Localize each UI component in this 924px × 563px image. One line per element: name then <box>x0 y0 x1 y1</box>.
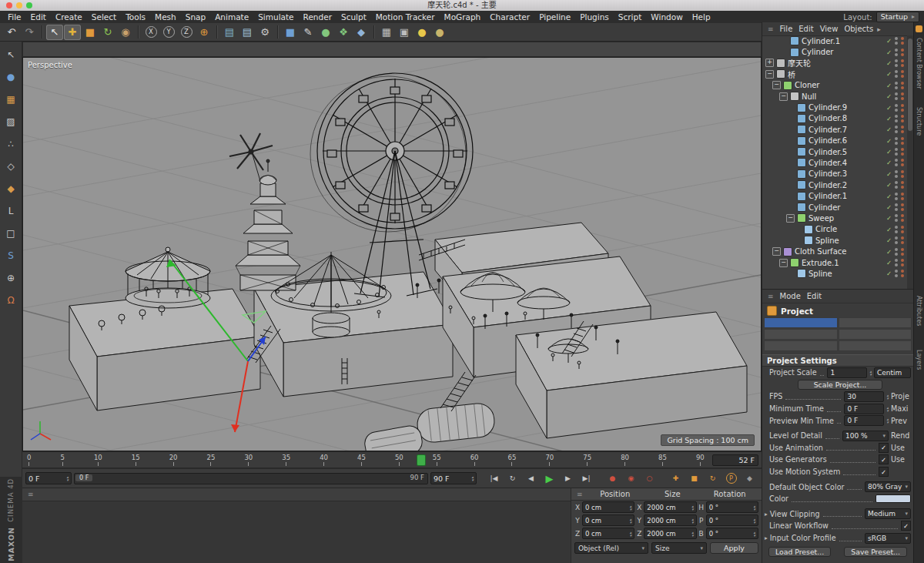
visibility-dots-icon[interactable] <box>895 214 898 222</box>
visibility-dots-icon[interactable] <box>895 148 898 156</box>
save-preset-button[interactable]: Save Preset... <box>844 547 907 557</box>
range-start-input[interactable]: 0 F ▴▾ <box>25 472 72 484</box>
project-scale-input[interactable]: 1 <box>827 367 867 378</box>
dock-tab[interactable]: Layers <box>916 350 922 370</box>
visibility-dots-icon[interactable] <box>895 82 898 89</box>
add-cube-button[interactable]: ■ <box>282 25 299 40</box>
render-dots-icon[interactable] <box>901 70 904 78</box>
render-dots-icon[interactable] <box>901 214 904 222</box>
make-editable-icon[interactable]: ● <box>3 69 19 85</box>
expand-toggle-icon[interactable]: − <box>786 214 795 223</box>
next-frame-button[interactable]: ▶ <box>559 471 577 485</box>
enabled-check-icon[interactable]: ✓ <box>886 148 892 156</box>
object-label[interactable]: Circle <box>815 225 837 233</box>
object-label[interactable]: Cylinder.6 <box>808 136 847 145</box>
object-label[interactable]: Cylinder.9 <box>808 103 847 112</box>
object-label[interactable]: Cylinder.1 <box>808 192 847 200</box>
expand-toggle-icon[interactable]: − <box>779 259 788 267</box>
enabled-check-icon[interactable]: ✓ <box>886 248 892 256</box>
use-animation-checkbox[interactable]: ✓ <box>879 443 889 453</box>
key-parameter-button[interactable]: P <box>722 471 740 485</box>
menu-item[interactable]: Plugins <box>575 12 614 22</box>
object-label[interactable]: Cylinder.1 <box>802 37 840 45</box>
enabled-check-icon[interactable]: ✓ <box>886 37 892 45</box>
menu-item[interactable]: Script <box>614 12 646 22</box>
enabled-check-icon[interactable]: ✓ <box>886 92 892 100</box>
render-dots-icon[interactable] <box>901 82 904 89</box>
render-dots-icon[interactable] <box>901 92 904 100</box>
attribute-menu-item[interactable]: Edit <box>804 292 825 300</box>
light2-button[interactable]: ● <box>431 25 448 40</box>
attribute-tab[interactable] <box>764 340 838 351</box>
scrollbar-thumb[interactable] <box>908 39 912 131</box>
size-input[interactable]: 2000 cm ▴▾ <box>644 514 696 526</box>
visibility-dots-icon[interactable] <box>895 170 898 178</box>
current-frame-marker[interactable] <box>417 454 426 466</box>
menu-item[interactable]: Tools <box>121 12 150 22</box>
menu-item[interactable]: Animate <box>210 12 253 22</box>
range-handle[interactable]: 0 F <box>75 474 92 481</box>
enabled-check-icon[interactable]: ✓ <box>886 193 892 200</box>
edges-mode-icon[interactable]: ◇ <box>3 158 19 174</box>
object-label[interactable]: Spline <box>808 270 832 278</box>
object-label[interactable]: 桥 <box>788 69 795 80</box>
x-axis-lock-button[interactable]: X <box>142 25 159 40</box>
object-row[interactable]: − Cloth Surface ✓ <box>762 246 907 256</box>
object-row[interactable]: Cylinder.6 ✓ <box>762 136 907 146</box>
rotation-input[interactable]: 0 ° ▴▾ <box>706 501 758 513</box>
object-row[interactable]: Cylinder.1 ✓ <box>762 190 907 201</box>
z-axis-lock-button[interactable]: Z <box>178 25 195 40</box>
object-row[interactable]: Cylinder.4 ✓ <box>762 157 907 168</box>
record-keyframe-button[interactable]: ● <box>604 471 621 485</box>
preview-range-slider[interactable]: 0 F 90 F <box>74 473 428 484</box>
current-frame-field[interactable]: 52 F <box>712 454 758 466</box>
object-row[interactable]: Circle ✓ <box>762 224 907 235</box>
range-end-input[interactable]: 90 F ▴▾ <box>430 472 477 484</box>
points-mode-icon[interactable]: ∴ <box>3 136 19 152</box>
rotation-input[interactable]: 0 ° ▴▾ <box>706 528 758 539</box>
stepper-icon[interactable]: ▴▾ <box>471 475 474 481</box>
enabled-check-icon[interactable]: ✓ <box>886 137 892 145</box>
key-position-button[interactable]: ✚ <box>667 471 685 485</box>
object-row[interactable]: − 桥 ✓ <box>762 69 907 79</box>
menu-item[interactable]: Snap <box>181 12 210 22</box>
chevron-right-icon[interactable]: ▸ <box>765 535 768 541</box>
preview-min-time-input[interactable]: 0 F <box>844 415 884 426</box>
enabled-check-icon[interactable]: ✓ <box>886 203 892 211</box>
attributes-dock-icon[interactable] <box>916 25 922 32</box>
polygons-mode-icon[interactable]: ◆ <box>3 180 19 196</box>
visibility-dots-icon[interactable] <box>895 203 898 211</box>
grip-icon[interactable]: ≡ <box>574 491 585 498</box>
camera-button[interactable]: ▣ <box>396 25 413 40</box>
menu-item[interactable]: Help <box>688 12 715 22</box>
keyframe-selection-button[interactable]: ○ <box>641 471 658 485</box>
size-input[interactable]: 2000 cm ▴▾ <box>644 501 696 513</box>
undo-button[interactable]: ↶ <box>3 25 20 40</box>
render-dots-icon[interactable] <box>901 137 904 145</box>
viewport-filter-icon[interactable]: □ <box>3 225 19 241</box>
position-input[interactable]: 0 cm ▴▾ <box>582 501 634 513</box>
dock-tab[interactable]: Attributes <box>916 296 922 327</box>
render-dots-icon[interactable] <box>901 126 904 133</box>
use-generators-checkbox[interactable]: ✓ <box>879 454 889 464</box>
object-row[interactable]: − Sweep ✓ <box>762 213 907 223</box>
menu-item[interactable]: Simulate <box>253 12 298 22</box>
light-button[interactable]: ● <box>413 25 430 40</box>
render-dots-icon[interactable] <box>901 181 904 189</box>
snap-settings-icon[interactable]: S <box>3 247 19 263</box>
object-label[interactable]: Extrude.1 <box>802 259 839 267</box>
visibility-dots-icon[interactable] <box>895 159 898 166</box>
size-input[interactable]: 2000 cm ▴▾ <box>644 528 696 539</box>
render-dots-icon[interactable] <box>901 159 904 166</box>
use-motion-system-checkbox[interactable]: ✓ <box>879 467 889 477</box>
menu-item[interactable]: Edit <box>26 12 51 22</box>
model-mode-icon[interactable]: ▦ <box>3 91 19 107</box>
render-dots-icon[interactable] <box>901 37 904 45</box>
enabled-check-icon[interactable]: ✓ <box>886 159 892 166</box>
project-scale-unit-select[interactable]: Centim <box>874 367 911 378</box>
tweak-mode-icon[interactable]: ↖ <box>3 46 19 62</box>
render-view-button[interactable]: ▤ <box>221 25 238 40</box>
render-dots-icon[interactable] <box>901 170 904 178</box>
scrollbar[interactable] <box>907 35 913 289</box>
stepper-icon[interactable]: ▴▾ <box>66 475 69 481</box>
